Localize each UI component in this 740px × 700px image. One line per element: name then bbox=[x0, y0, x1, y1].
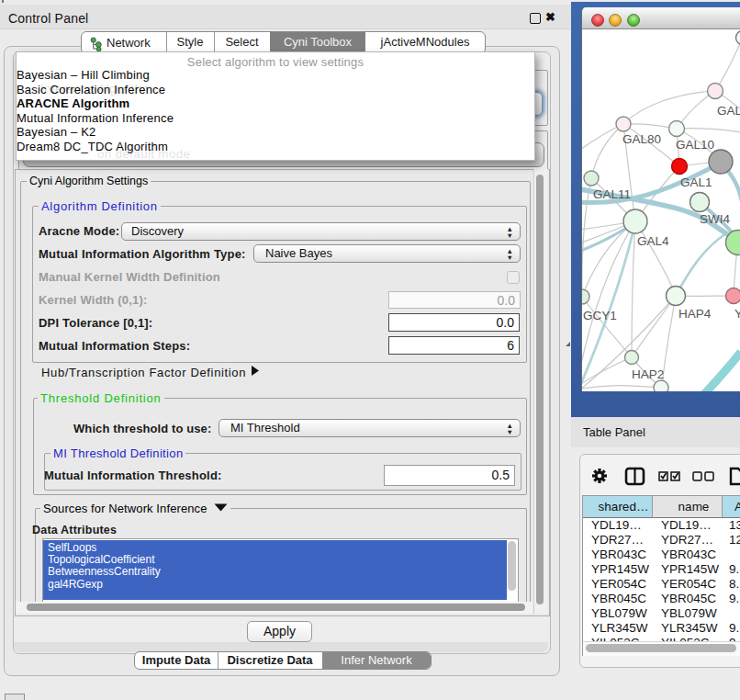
svg-text:GAL4: GAL4 bbox=[637, 234, 669, 248]
svg-text:GAL80: GAL80 bbox=[622, 132, 661, 146]
svg-text:HAP4: HAP4 bbox=[678, 307, 712, 321]
svg-text:GAL: GAL bbox=[717, 104, 740, 118]
svg-text:Y: Y bbox=[734, 307, 740, 321]
svg-text:GCY1: GCY1 bbox=[583, 309, 617, 322]
svg-text:HAP2: HAP2 bbox=[632, 367, 664, 381]
svg-text:GAL10: GAL10 bbox=[676, 138, 714, 152]
svg-text:GAL1: GAL1 bbox=[680, 175, 712, 189]
svg-text:GAL11: GAL11 bbox=[593, 187, 631, 201]
svg-text:SWI4: SWI4 bbox=[700, 212, 730, 226]
